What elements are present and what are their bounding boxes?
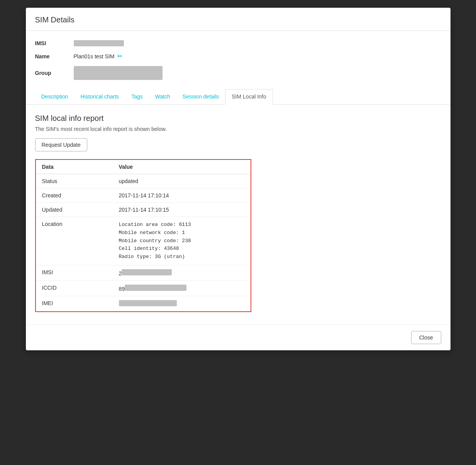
tab-watch[interactable]: Watch xyxy=(149,89,176,105)
request-update-button[interactable]: Request Update xyxy=(35,138,87,151)
modal-overlay: SIM Details IMSI Name Plan01s test SIM ✏ xyxy=(0,0,476,465)
row-iccid-value: 89 xyxy=(113,280,251,296)
content-section: SIM local info report The SIM's most rec… xyxy=(35,105,441,318)
imsi-table-redacted xyxy=(122,269,172,275)
imsi-label: IMSI xyxy=(35,40,74,46)
row-location-label: Location xyxy=(36,217,113,265)
table-row: Created 2017-11-14 17:10:14 xyxy=(36,188,251,203)
row-iccid-label: ICCID xyxy=(36,280,113,296)
sim-info-row-group: Group xyxy=(35,66,441,80)
section-title: SIM local info report xyxy=(35,114,441,123)
sim-info-row-name: Name Plan01s test SIM ✏ xyxy=(35,53,441,60)
name-label: Name xyxy=(35,53,74,59)
tab-sim-local-info[interactable]: SIM Local Info xyxy=(225,89,273,105)
tab-historical-charts[interactable]: Historical charts xyxy=(75,89,125,105)
tabs: Description Historical charts Tags Watch… xyxy=(26,89,451,105)
col-header-data: Data xyxy=(36,160,113,174)
imsi-redacted xyxy=(74,40,124,46)
table-row: IMEI xyxy=(36,296,251,312)
iccid-redacted xyxy=(125,285,186,291)
row-imei-label: IMEI xyxy=(36,296,113,312)
name-value: Plan01s test SIM ✏ xyxy=(74,53,123,60)
table-row: Status updated xyxy=(36,174,251,188)
group-value xyxy=(74,66,163,80)
row-created-value: 2017-11-14 17:10:14 xyxy=(113,188,251,203)
row-status-label: Status xyxy=(36,174,113,188)
row-created-label: Created xyxy=(36,188,113,203)
iccid-prefix: 89 xyxy=(119,286,125,292)
row-imsi-value: 2 xyxy=(113,265,251,280)
modal-title: SIM Details xyxy=(35,15,441,24)
edit-icon[interactable]: ✏ xyxy=(117,53,122,60)
row-status-value: updated xyxy=(113,174,251,188)
sim-name-text: Plan01s test SIM xyxy=(74,53,115,59)
row-updated-value: 2017-11-14 17:10:15 xyxy=(113,203,251,217)
row-location-value: Location area code: 6113 Mobile network … xyxy=(113,217,251,265)
sim-info-row-imsi: IMSI xyxy=(35,40,441,46)
tab-session-details[interactable]: Session details xyxy=(176,89,225,105)
group-redacted xyxy=(74,66,163,80)
modal-header: SIM Details xyxy=(26,8,451,31)
modal-body: IMSI Name Plan01s test SIM ✏ Group xyxy=(26,31,451,324)
group-label: Group xyxy=(35,70,74,76)
table-row: Location Location area code: 6113 Mobile… xyxy=(36,217,251,265)
location-text: Location area code: 6113 Mobile network … xyxy=(119,222,191,260)
modal-footer: Close xyxy=(26,324,451,350)
tab-description[interactable]: Description xyxy=(35,89,75,105)
sim-local-info-table: Data Value Status updated Created 2017-1… xyxy=(35,159,251,312)
col-header-value: Value xyxy=(113,160,251,174)
table-row: Updated 2017-11-14 17:10:15 xyxy=(36,203,251,217)
close-button[interactable]: Close xyxy=(411,331,441,344)
sim-info-table: IMSI Name Plan01s test SIM ✏ Group xyxy=(35,40,441,80)
table-row: IMSI 2 xyxy=(36,265,251,280)
table-row: ICCID 89 xyxy=(36,280,251,296)
sim-details-modal: SIM Details IMSI Name Plan01s test SIM ✏ xyxy=(26,8,451,350)
table-header-row: Data Value xyxy=(36,160,251,174)
row-updated-label: Updated xyxy=(36,203,113,217)
row-imsi-label: IMSI xyxy=(36,265,113,280)
row-imei-value xyxy=(113,296,251,312)
section-subtitle: The SIM's most recent local info report … xyxy=(35,126,441,132)
tab-tags[interactable]: Tags xyxy=(125,89,149,105)
imei-redacted xyxy=(119,300,177,306)
imsi-value xyxy=(74,40,124,46)
